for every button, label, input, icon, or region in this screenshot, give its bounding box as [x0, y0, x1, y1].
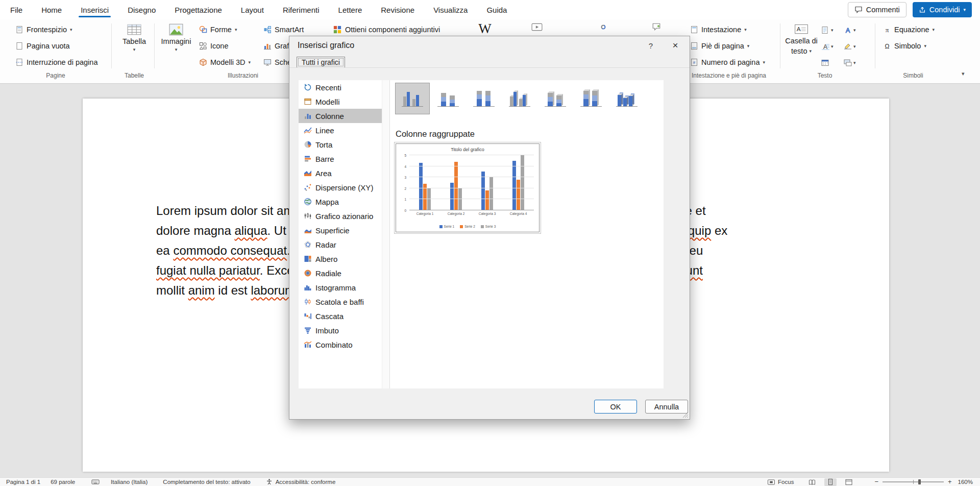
- y-tick-label: 2: [404, 187, 406, 190]
- zoom-level[interactable]: 160%: [958, 478, 973, 486]
- sidebar-item-mappa[interactable]: Mappa: [299, 195, 382, 209]
- text-prediction-indicator[interactable]: Completamento del testo: attivato: [163, 478, 250, 486]
- sidebar-item-scatola-e-baffi[interactable]: Scatola e baffi: [299, 295, 382, 309]
- date-time-button[interactable]: [821, 56, 830, 69]
- shapes-button[interactable]: Forme ▾: [199, 22, 237, 37]
- legend-swatch: [481, 225, 484, 228]
- keyboard-icon[interactable]: [91, 478, 100, 485]
- tab-layout[interactable]: Layout: [240, 2, 265, 18]
- word-count[interactable]: 69 parole: [51, 478, 75, 486]
- blank-page-button[interactable]: Pagina vuota: [15, 39, 70, 53]
- focus-button[interactable]: Focus: [778, 478, 794, 486]
- online-video-button[interactable]: [527, 22, 547, 32]
- sidebar-item-radar[interactable]: Radar: [299, 237, 382, 252]
- comments-button[interactable]: Commenti: [848, 2, 906, 17]
- sidebar-item-linee[interactable]: Linee: [299, 123, 382, 137]
- equation-button[interactable]: π Equazione ▾: [883, 22, 935, 37]
- gridline: [409, 177, 534, 177]
- header-button[interactable]: Intestazione ▾: [690, 22, 747, 37]
- stacked-column-thumbnail[interactable]: [431, 83, 465, 114]
- cover-page-button[interactable]: Frontespizio ▾: [15, 22, 72, 37]
- sidebar-item-imbuto[interactable]: Imbuto: [299, 323, 382, 337]
- sidebar-item-area[interactable]: Area: [299, 166, 382, 180]
- object-button[interactable]: ▾: [843, 56, 856, 69]
- share-button[interactable]: Condividi ▾: [913, 2, 972, 17]
- misspelled-word: fugiat nulla pariatur: [156, 263, 260, 277]
- cancel-button[interactable]: Annulla: [645, 400, 688, 414]
- 3d-column-thumbnail[interactable]: [609, 83, 644, 114]
- sidebar-item-dispersione-xy[interactable]: Dispersione (XY): [299, 180, 382, 195]
- tab-progettazione[interactable]: Progettazione: [174, 2, 223, 18]
- get-add-ins-button[interactable]: Ottieni componenti aggiuntivi: [333, 22, 440, 37]
- tab-lettere[interactable]: Lettere: [337, 2, 363, 18]
- zoom-slider-thumb[interactable]: [918, 479, 921, 484]
- language-indicator[interactable]: Italiano (Italia): [111, 478, 148, 486]
- tab-riferimenti[interactable]: Riferimenti: [282, 2, 321, 18]
- dialog-list-scrollbar[interactable]: [382, 80, 389, 388]
- clustered-column-thumbnail[interactable]: [395, 83, 430, 114]
- wikipedia-button[interactable]: W: [474, 22, 496, 36]
- ok-button[interactable]: OK: [594, 400, 637, 414]
- chevron-down-icon: ▾: [853, 44, 856, 49]
- 3d-clustered-column-thumbnail[interactable]: [502, 83, 537, 114]
- sidebar-item-recenti[interactable]: Recenti: [299, 80, 382, 94]
- close-icon[interactable]: ×: [668, 39, 682, 52]
- tab-home[interactable]: Home: [40, 2, 63, 18]
- pictures-button[interactable]: Immagini ▾: [159, 23, 193, 52]
- tab-file[interactable]: File: [9, 2, 23, 18]
- sidebar-item-colonne[interactable]: Colonne: [299, 109, 382, 123]
- sidebar-item-istogramma[interactable]: Istogramma: [299, 280, 382, 295]
- sidebar-item-combinato[interactable]: Combinato: [299, 337, 382, 352]
- page-number-button[interactable]: # Numero di pagina ▾: [690, 55, 765, 69]
- stacked-100-column-thumbnail[interactable]: [467, 83, 501, 114]
- 3d-stacked-100-column-thumbnail[interactable]: [574, 83, 608, 114]
- sidebar-item-modelli[interactable]: Modelli: [299, 94, 382, 109]
- print-layout-button[interactable]: [824, 478, 837, 486]
- chart-preview[interactable]: Titolo del grafico 012345 Categoria 1Cat…: [396, 143, 540, 232]
- table-button[interactable]: Tabella ▾: [118, 23, 150, 52]
- symbol-button[interactable]: Ω Simbolo ▾: [883, 39, 926, 53]
- page-indicator[interactable]: Pagina 1 di 1: [6, 478, 40, 486]
- tab-guida[interactable]: Guida: [485, 2, 508, 18]
- accessibility-icon[interactable]: [266, 478, 273, 485]
- tab-inserisci[interactable]: Inserisci: [80, 2, 110, 18]
- sidebar-item-torta[interactable]: Torta: [299, 137, 382, 152]
- tab-disegno[interactable]: Disegno: [127, 2, 157, 18]
- links-button[interactable]: [593, 22, 614, 32]
- new-comment-button[interactable]: [646, 22, 667, 32]
- footer-button[interactable]: Piè di pagina ▾: [690, 39, 749, 53]
- sidebar-item-albero[interactable]: Albero: [299, 252, 382, 266]
- help-icon[interactable]: ?: [645, 40, 657, 52]
- drop-cap-button[interactable]: A▾: [821, 40, 834, 53]
- sidebar-item-cascata[interactable]: Cascata: [299, 309, 382, 323]
- bar-group: [472, 155, 503, 210]
- zoom-slider[interactable]: [883, 481, 944, 482]
- y-tick-label: 1: [404, 198, 406, 201]
- 3d-models-button[interactable]: Modelli 3D ▾: [199, 55, 251, 69]
- tab-visualizza[interactable]: Visualizza: [432, 2, 469, 18]
- screenshot-icon: [263, 58, 272, 66]
- 3d-stacked-column-thumbnail[interactable]: [538, 83, 573, 114]
- zoom-in-button[interactable]: +: [948, 478, 952, 486]
- icons-button[interactable]: Icone: [199, 39, 228, 53]
- signature-line-button[interactable]: ▾: [843, 40, 856, 53]
- read-mode-button[interactable]: [806, 478, 818, 486]
- wordart-button[interactable]: A▾: [843, 23, 856, 37]
- sidebar-item-barre[interactable]: Barre: [299, 152, 382, 166]
- collapse-ribbon-button[interactable]: ▾: [962, 70, 965, 77]
- tab-all-charts[interactable]: Tutti i grafici: [297, 57, 345, 68]
- text-box-button[interactable]: A Casella di testo▾: [785, 23, 818, 55]
- sidebar-item-grafico-azionario[interactable]: Grafico azionario: [299, 209, 382, 223]
- smartart-button[interactable]: SmartArt: [263, 22, 304, 37]
- tab-revisione[interactable]: Revisione: [380, 2, 415, 18]
- page-break-button[interactable]: Interruzione di pagina: [15, 55, 97, 69]
- quick-parts-button[interactable]: ▾: [821, 23, 834, 37]
- chart-type-list: RecentiModelliColonneLineeTortaBarreArea…: [299, 80, 382, 388]
- zoom-out-button[interactable]: −: [874, 478, 878, 486]
- sidebar-item-superficie[interactable]: Superficie: [299, 223, 382, 237]
- gridline: [409, 199, 534, 199]
- web-layout-button[interactable]: [843, 478, 855, 486]
- resize-grip[interactable]: [682, 412, 689, 418]
- sidebar-item-radiale[interactable]: Radiale: [299, 266, 382, 280]
- accessibility-status[interactable]: Accessibilità: conforme: [276, 478, 336, 486]
